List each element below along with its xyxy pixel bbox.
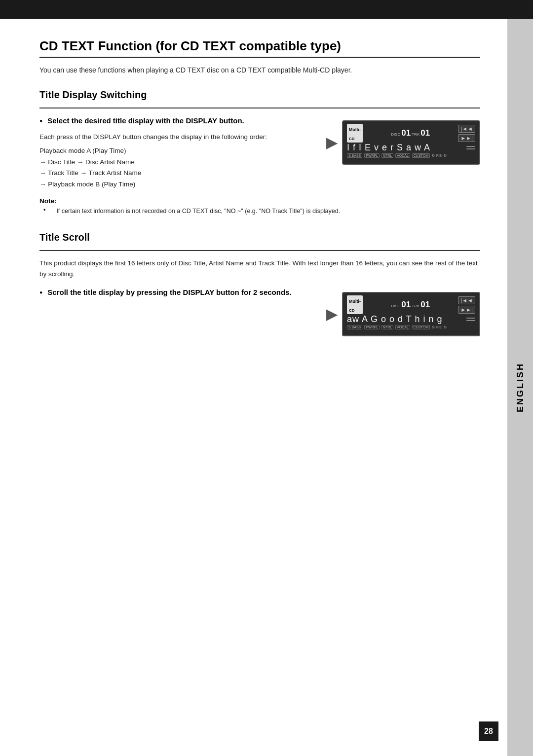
- arrow-line-0: Playback mode A (Play Time): [39, 145, 316, 157]
- track-title-2: aw A G o o d T h i n g: [347, 314, 466, 324]
- section1-display-wrapper: • Select the desired title display with …: [39, 115, 480, 190]
- btn-sbass-1: S.BASS: [347, 153, 362, 158]
- section2-bullet-item: • Scroll the title display by pressing t…: [39, 287, 316, 298]
- section1-body1: Each press of the DISPLAY button changes…: [39, 132, 316, 143]
- section2-body1: This product displays the first 16 lette…: [39, 258, 480, 279]
- note-section: Note: • If certain text information is n…: [39, 197, 480, 216]
- arrow-line-1: → Disc Title → Disc Artist Name: [39, 157, 316, 168]
- section1-bullet-main: Select the desired title display with th…: [47, 115, 244, 126]
- section1-bullet-item: • Select the desired title display with …: [39, 115, 316, 127]
- note-text: If certain text information is not recor…: [48, 207, 340, 216]
- cd-bot-row-2: S.BASS PWRFL NTRL VOCAL CUSTOM ⎋ FIE ⎋: [347, 324, 475, 329]
- btn-ntrl-1: NTRL: [381, 153, 393, 158]
- btn-fie-1: FIE: [436, 154, 442, 157]
- top-bar: [0, 0, 533, 19]
- scroll-line-2b: [466, 320, 475, 321]
- content-area: CD TEXT Function (for CD TEXT compatible…: [0, 19, 533, 756]
- disc-trk-area-1: DISC 01 TRK 01: [391, 128, 430, 138]
- section2-display-wrapper: • Scroll the title display by pressing t…: [39, 287, 480, 336]
- trk-label-1: TRK: [412, 132, 419, 137]
- next-btn-2: ►►|: [458, 306, 475, 314]
- page-intro: You can use these functions when playing…: [39, 65, 480, 75]
- bullet-dot-2: •: [39, 288, 42, 298]
- note-label: Note:: [39, 197, 480, 205]
- arrow-line-2: → Track Title → Track Artist Name: [39, 168, 316, 179]
- btn-eject-1: ⎋: [432, 153, 434, 158]
- disc-trk-area-2: DISC 01 TRK 01: [391, 300, 430, 310]
- section2-bullet-main: Scroll the title display by pressing the…: [47, 287, 291, 297]
- trk-label-2: TRK: [412, 304, 419, 308]
- bullet-dot: •: [39, 116, 42, 127]
- sidebar-label: ENGLISH: [515, 362, 526, 412]
- ctrl-btns-2: |◄◄ ►►|: [458, 296, 475, 314]
- arrow-icon-2: ▶: [326, 306, 337, 323]
- ctrl-btns-1: |◄◄ ►►|: [458, 125, 475, 142]
- page-number: 28: [479, 721, 498, 741]
- scroll-line-2a: [466, 318, 475, 319]
- disc-label-1: DISC: [391, 132, 400, 137]
- section2: Title Scroll This product displays the f…: [39, 232, 480, 336]
- btn-power-2: ⎋: [444, 324, 446, 329]
- page-title: CD TEXT Function (for CD TEXT compatible…: [39, 38, 480, 58]
- multi-label-2: Multi-CD: [349, 299, 361, 313]
- section2-divider: [39, 250, 480, 251]
- section1-display-panel: ▶ Multi-CD DISC 01 TRK 01: [326, 120, 480, 165]
- track-title-1: I f I E v e r S a w A: [347, 143, 466, 153]
- arrow-line-3: → Playback mode B (Play Time): [39, 179, 316, 190]
- scroll-line-1a: [466, 146, 475, 147]
- cd-top-row-1: Multi-CD DISC 01 TRK 01 |◄◄ ►►|: [347, 124, 475, 143]
- scroll-ind-1: [466, 146, 475, 149]
- section2-heading: Title Scroll: [39, 232, 480, 243]
- btn-power-1: ⎋: [444, 153, 446, 158]
- note-bullet-dot: •: [43, 207, 45, 214]
- btn-custom-1: CUSTOM: [412, 153, 430, 158]
- cd-display-2: Multi-CD DISC 01 TRK 01 |◄◄ ►►|: [342, 292, 480, 336]
- multi-label-1: Multi-CD: [349, 127, 361, 141]
- multi-cd-badge-2: Multi-CD: [347, 295, 363, 314]
- right-sidebar: ENGLISH: [507, 19, 533, 756]
- section1-divider: [39, 108, 480, 108]
- multi-cd-badge-1: Multi-CD: [347, 124, 363, 143]
- section1-text-area: • Select the desired title display with …: [39, 115, 316, 190]
- btn-sbass-2: S.BASS: [347, 325, 362, 329]
- btn-custom-2: CUSTOM: [412, 325, 430, 329]
- scroll-ind-2: [466, 318, 475, 321]
- cd-mid-row-2: aw A G o o d T h i n g: [347, 314, 475, 324]
- section2-text-area: • Scroll the title display by pressing t…: [39, 287, 316, 303]
- page-title-section: CD TEXT Function (for CD TEXT compatible…: [39, 38, 480, 75]
- prev-btn-2: |◄◄: [458, 296, 475, 304]
- next-btn-1: ►►|: [458, 134, 475, 142]
- arrow-icon: ▶: [326, 135, 337, 151]
- btn-eject-2: ⎋: [432, 324, 434, 329]
- btn-fie-2: FIE: [436, 325, 442, 329]
- trk-num-1: 01: [420, 128, 430, 138]
- btn-vocal-1: VOCAL: [395, 153, 410, 158]
- prev-btn-1: |◄◄: [458, 125, 475, 133]
- btn-vocal-2: VOCAL: [395, 325, 410, 329]
- section2-display-panel: ▶ Multi-CD DISC 01 TRK 01: [326, 292, 480, 336]
- section1-heading: Title Display Switching: [39, 89, 480, 101]
- scroll-line-1b: [466, 148, 475, 149]
- disc-num-2: 01: [401, 300, 411, 310]
- btn-pwrfl-1: PWRFL: [364, 153, 380, 158]
- disc-label-2: DISC: [391, 304, 400, 308]
- cd-bot-row-1: S.BASS PWRFL NTRL VOCAL CUSTOM ⎋ FIE ⎋: [347, 153, 475, 158]
- note-item: • If certain text information is not rec…: [39, 207, 480, 216]
- trk-num-2: 01: [420, 300, 430, 310]
- btn-ntrl-2: NTRL: [381, 325, 393, 329]
- cd-display-1: Multi-CD DISC 01 TRK 01 |◄◄ ►►|: [342, 120, 480, 165]
- section1: Title Display Switching • Select the des…: [39, 89, 480, 216]
- btn-pwrfl-2: PWRFL: [364, 325, 380, 329]
- disc-num-1: 01: [401, 128, 411, 138]
- cd-mid-row-1: I f I E v e r S a w A: [347, 143, 475, 153]
- cd-top-row-2: Multi-CD DISC 01 TRK 01 |◄◄ ►►|: [347, 295, 475, 314]
- main-content: CD TEXT Function (for CD TEXT compatible…: [0, 19, 507, 756]
